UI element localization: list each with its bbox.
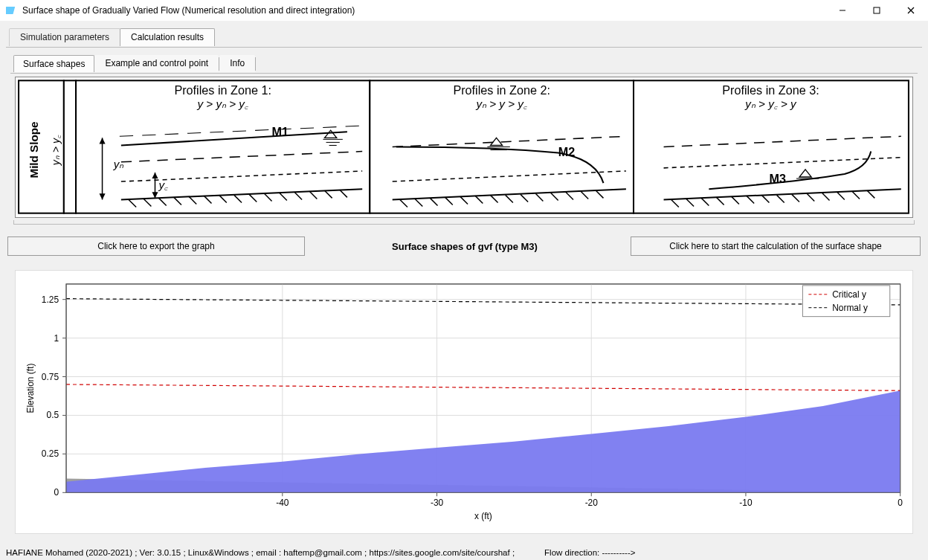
zone2-profile: M2 [558, 145, 576, 158]
svg-rect-2 [874, 7, 880, 13]
svg-text:-20: -20 [585, 498, 599, 508]
center-title: Surface shapes of gvf (type M3) [309, 236, 621, 256]
title-bar: Surface shape of Gradually Varied Flow (… [0, 0, 928, 21]
window-title: Surface shape of Gradually Varied Flow (… [22, 5, 355, 16]
zone3-profile: M3 [769, 172, 786, 185]
export-graph-button[interactable]: Click here to export the graph [7, 236, 305, 256]
tab-example-control-point[interactable]: Example and control point [94, 55, 219, 72]
svg-text:0: 0 [54, 487, 59, 498]
tab-surface-shapes[interactable]: Surface shapes [13, 55, 94, 72]
app-icon [6, 4, 18, 16]
chart-svg: -40-30-20-10000.250.50.7511.25x (ft)Elev… [16, 271, 912, 533]
close-button[interactable] [894, 0, 928, 21]
svg-text:0.5: 0.5 [47, 410, 59, 420]
svg-rect-6 [64, 80, 76, 213]
slope-cond: yₙ > y꜀ [50, 135, 62, 166]
svg-text:Normal y: Normal y [832, 303, 868, 313]
svg-rect-0 [6, 7, 15, 14]
sub-tab-baseline [10, 73, 918, 74]
minimize-button[interactable] [825, 0, 860, 21]
svg-text:Elevation (ft): Elevation (ft) [25, 364, 36, 413]
status-bar: HAFIANE Mohamed (2020-2021) ; Ver: 3.0.1… [6, 545, 922, 560]
diagram-bottom-border [13, 220, 915, 225]
zone2-cond: yₙ > y > y꜀ [475, 97, 526, 110]
client-area: Simulation parameters Calculation result… [0, 21, 928, 560]
zone2-title: Profiles in Zone 2: [453, 83, 550, 97]
tab-simulation-parameters[interactable]: Simulation parameters [9, 28, 120, 46]
svg-text:-30: -30 [431, 498, 444, 508]
start-calculation-button[interactable]: Click here to start the calculation of t… [631, 236, 921, 256]
tab-calculation-results[interactable]: Calculation results [120, 28, 215, 46]
profiles-diagram-panel: Mild Slope yₙ > y꜀ Profiles in Zone 1: y… [15, 77, 913, 218]
svg-text:x (ft): x (ft) [474, 511, 492, 521]
main-tab-row: Simulation parameters Calculation result… [9, 28, 214, 46]
svg-text:Critical y: Critical y [832, 289, 866, 300]
status-flow: Flow direction: ----------> [544, 548, 635, 557]
zone1-cond: y > yₙ > y꜀ [196, 97, 248, 110]
svg-text:1.25: 1.25 [42, 295, 59, 305]
zone3-cond: yₙ > y꜀ > y [744, 97, 797, 110]
maximize-button[interactable] [860, 0, 894, 21]
sub-tab-row: Surface shapes Example and control point… [13, 55, 256, 72]
svg-text:-10: -10 [739, 498, 753, 508]
svg-text:-40: -40 [276, 498, 289, 508]
main-tab-baseline [6, 47, 922, 48]
svg-text:0.25: 0.25 [42, 448, 59, 459]
zone1-yn: yₙ [113, 158, 125, 170]
profiles-diagram-svg: Mild Slope yₙ > y꜀ Profiles in Zone 1: y… [16, 77, 912, 217]
zone1-profile: M1 [272, 125, 289, 138]
zone1-title: Profiles in Zone 1: [174, 83, 271, 97]
slope-label: Mild Slope [28, 122, 40, 178]
zone3-title: Profiles in Zone 3: [722, 83, 819, 97]
svg-text:0: 0 [898, 498, 903, 508]
svg-text:1: 1 [54, 333, 59, 344]
tab-info[interactable]: Info [219, 55, 255, 72]
svg-text:0.75: 0.75 [42, 372, 59, 382]
status-author: HAFIANE Mohamed (2020-2021) ; Ver: 3.0.1… [6, 548, 515, 557]
zone1-yc: y꜀ [158, 178, 169, 191]
chart-panel: -40-30-20-10000.250.50.7511.25x (ft)Elev… [15, 270, 913, 534]
